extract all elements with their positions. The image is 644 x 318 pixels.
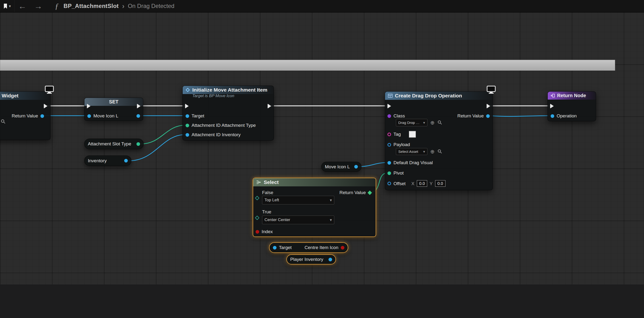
back-button[interactable]: ← <box>14 0 30 12</box>
function-icon: ƒ <box>46 2 64 11</box>
node-select[interactable]: Select False Return Value Top Left ▾ Tru… <box>253 178 376 237</box>
player-inventory-out-pin[interactable] <box>328 258 332 261</box>
tag-pin[interactable] <box>388 133 391 136</box>
payload-dropdown[interactable]: Select Asset ▾ <box>396 148 428 155</box>
pin-row: Centre Item Icon <box>305 245 344 250</box>
node-initialize-move-attachment-item[interactable]: Initialize Move Attachment Item Target i… <box>182 86 274 140</box>
breadcrumb-parent[interactable]: BP_AttachmentSlot <box>64 3 119 10</box>
node-return[interactable]: Return Node Operation <box>548 91 596 121</box>
node-set-move-icon[interactable]: SET Move Icon L <box>84 98 143 121</box>
node-header: Return Node <box>548 92 596 100</box>
node-subtitle: Target is BP Move Icon <box>183 94 274 99</box>
node-title: Create Drag Drop Operation <box>395 93 462 99</box>
pivot-pin[interactable] <box>388 172 391 175</box>
browse-icon[interactable] <box>438 149 442 154</box>
node-get-inventory[interactable]: Inventory <box>84 155 132 166</box>
pin-row: Operation <box>550 113 576 119</box>
exec-in-pin[interactable] <box>550 104 554 108</box>
return-value-pin[interactable] <box>40 114 44 118</box>
pin-row: Class <box>388 113 405 119</box>
offset-x-input[interactable]: 0.0 <box>417 180 427 187</box>
return-value-pin[interactable] <box>486 114 490 118</box>
dropdown-value: Center Center <box>264 217 290 222</box>
pin-row: Offset X 0.0 Y 0.0 <box>388 180 446 187</box>
breadcrumb-current: On Drag Detected <box>128 3 174 10</box>
exec-in-pin[interactable] <box>388 104 391 108</box>
false-pin[interactable] <box>255 196 259 200</box>
exec-out-pin[interactable] <box>44 104 48 108</box>
exec-out-pin[interactable] <box>137 104 140 108</box>
pin-row: Pivot <box>388 171 404 176</box>
pin-label: Attachment ID Attachment Type <box>192 123 256 128</box>
pin-label: Pivot <box>394 171 404 176</box>
offset-y-input[interactable]: 0.0 <box>435 180 446 187</box>
graph-canvas[interactable]: Widget Return Value SET Move Icon L <box>0 12 644 284</box>
node-title: Return Node <box>557 93 586 98</box>
attachment-slot-type-out-pin[interactable] <box>136 142 140 146</box>
default-drag-visual-pin[interactable] <box>388 161 391 165</box>
true-pin[interactable] <box>255 216 259 220</box>
preview-monitor-icon[interactable] <box>45 86 54 94</box>
move-icon-out-pin[interactable] <box>136 114 140 118</box>
exec-in-pin[interactable] <box>185 104 189 108</box>
attachment-inventory-pin[interactable] <box>186 133 189 137</box>
offset-pin[interactable] <box>388 182 391 185</box>
browse-icon[interactable] <box>438 120 442 125</box>
search-icon[interactable] <box>1 119 6 124</box>
index-pin[interactable] <box>256 230 259 234</box>
wire-moveicon-defaultvisual[interactable] <box>358 163 388 167</box>
pin-label: Return Value <box>458 113 484 119</box>
class-pin[interactable] <box>388 114 391 118</box>
node-title: Widget <box>2 93 18 99</box>
use-selected-icon[interactable]: ⊕ <box>430 120 435 125</box>
pin-row: Return Value <box>458 113 490 119</box>
move-icon-in-pin[interactable] <box>87 114 91 118</box>
pin-label: Attachment ID Inventory <box>192 132 241 137</box>
true-option-dropdown[interactable]: Center Center ▾ <box>262 216 334 224</box>
pin-label-false: False <box>262 190 273 195</box>
window-grid-icon <box>388 94 392 98</box>
pin-row: Attachment ID Inventory <box>186 132 241 137</box>
node-get-player-inventory[interactable]: Player Inventory <box>286 254 336 264</box>
node-get-move-icon[interactable]: Move Icon L <box>321 162 362 172</box>
wire-create-operation[interactable] <box>490 116 551 116</box>
exec-out-pin[interactable] <box>268 104 271 108</box>
false-option-dropdown[interactable]: Top Left ▾ <box>262 196 334 204</box>
payload-pin[interactable] <box>388 143 391 146</box>
return-value-pin[interactable] <box>368 191 372 195</box>
dropdown-value: Top Left <box>264 198 279 203</box>
operation-pin[interactable] <box>550 114 554 118</box>
pin-row: Default Drag Visual <box>388 160 433 166</box>
attachment-type-pin[interactable] <box>186 124 189 127</box>
target-pin[interactable] <box>273 246 276 250</box>
preview-monitor-icon[interactable] <box>486 86 496 94</box>
tag-input[interactable] <box>409 131 416 138</box>
node-get-attachment-slot-type[interactable]: Attachment Slot Type <box>84 139 144 149</box>
pin-label: Move Icon L <box>94 113 118 119</box>
bookmark-button[interactable]: ▾ <box>0 0 14 12</box>
move-icon-out-pin[interactable] <box>354 165 358 169</box>
blueprint-editor: ▾ ← → ƒ BP_AttachmentSlot › On Drag Dete… <box>0 0 644 318</box>
node-header: Initialize Move Attachment Item <box>183 86 274 94</box>
node-widget[interactable]: Widget Return Value <box>0 91 50 140</box>
chevron-down-icon: ▾ <box>423 120 425 125</box>
node-header: SET <box>84 98 143 106</box>
pin-row: Move Icon L <box>87 113 118 119</box>
class-dropdown[interactable]: Drag Drop Oper ▾ <box>396 119 428 126</box>
node-title: SET <box>109 99 118 105</box>
node-centre-item-icon[interactable]: Target Centre Item Icon <box>269 242 348 253</box>
forward-button[interactable]: → <box>30 0 46 12</box>
variable-label: Inventory <box>88 158 106 164</box>
dropdown-value: Drag Drop Oper <box>398 120 422 125</box>
exec-out-pin[interactable] <box>486 104 490 108</box>
use-selected-icon[interactable]: ⊕ <box>430 149 435 154</box>
node-create-drag-drop-operation[interactable]: Create Drag Drop Operation Class Return … <box>385 91 493 190</box>
inventory-out-pin[interactable] <box>124 159 128 163</box>
pin-row: Target <box>186 113 204 119</box>
exec-in-pin[interactable] <box>87 104 90 108</box>
target-pin[interactable] <box>186 114 189 118</box>
pin-row: Index <box>256 229 273 234</box>
wire-slottype-attachmenttype[interactable] <box>141 125 186 144</box>
centre-item-icon-out-pin[interactable] <box>341 246 344 250</box>
return-icon <box>550 94 555 97</box>
